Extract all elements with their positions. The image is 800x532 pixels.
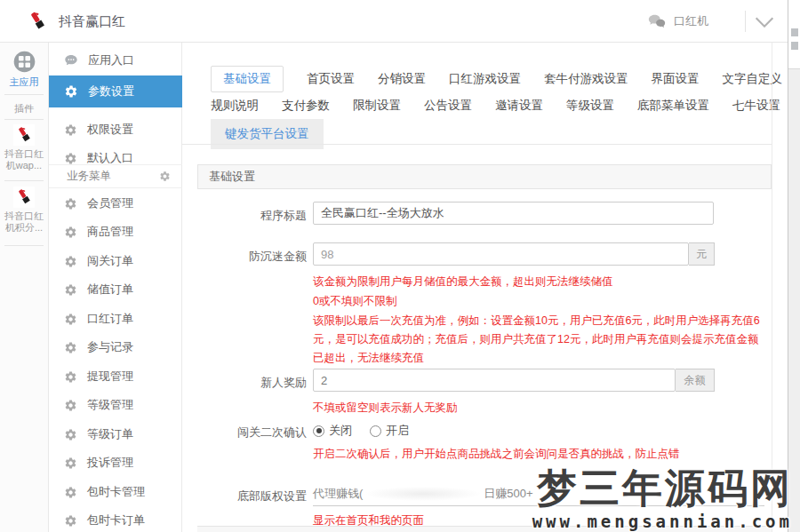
gear-icon: [64, 226, 77, 239]
program-title-input[interactable]: [313, 202, 714, 225]
content-right-border: [772, 43, 772, 532]
copyright-input[interactable]: 代理赚钱( 日赚500+: [313, 482, 764, 506]
anti-addiction-input[interactable]: [313, 242, 689, 266]
radio-option-on[interactable]: 开启: [370, 423, 409, 439]
sidebar-item-challenge-orders[interactable]: 闯关订单: [49, 247, 182, 275]
right-edge-scroll-track: [788, 68, 800, 532]
app-grid-icon[interactable]: [12, 50, 36, 74]
tabs-row-2: 规则说明 支付参数 限制设置 公告设置 邀请设置 等级设置 底部菜单设置 七牛设…: [211, 98, 800, 114]
panel-title: 基础设置: [197, 164, 772, 189]
tabs-divider: [182, 144, 772, 145]
gear-icon: [64, 84, 78, 99]
tab-lipstick-game-settings[interactable]: 口红游戏设置: [449, 71, 521, 87]
tab-home-settings[interactable]: 首页设置: [307, 71, 355, 87]
header-account-menu[interactable]: 口红机: [647, 0, 708, 43]
cutoff-glyph: [791, 28, 798, 36]
gear-icon: [64, 428, 77, 441]
rail-item-app1[interactable]: 抖音口红 机wap...: [0, 124, 48, 171]
gear-icon: [64, 457, 77, 470]
chat-pair-icon: [647, 12, 667, 31]
gear-icon: [64, 486, 77, 499]
tab-rules[interactable]: 规则说明: [211, 98, 259, 114]
sidebar-section-business-menu: 业务菜单: [49, 164, 182, 188]
program-title-label: 程序标题: [197, 208, 307, 224]
sidebar-item-level-orders[interactable]: 等级订单: [49, 420, 182, 449]
gear-icon: [64, 152, 77, 165]
rail-separator: [4, 119, 44, 120]
sidebar-item-member-mgmt[interactable]: 会员管理: [49, 189, 182, 218]
top-bar: 抖音赢口红 口红机: [0, 0, 800, 43]
left-rail: 主应用 插件 抖音口红 机wap... 抖音口红 机积分...: [0, 43, 49, 532]
gear-icon[interactable]: [159, 171, 171, 182]
radio-on-unchecked[interactable]: [370, 425, 381, 437]
sidebar-item-timecard-orders[interactable]: 包时卡订单: [49, 506, 182, 532]
second-confirm-help: 开启二次确认后，用户开始点商品挑战之前会询问是否真的挑战，防止点错: [313, 445, 680, 464]
anti-addiction-unit: 元: [689, 242, 715, 266]
gear-icon: [64, 197, 77, 210]
anti-addiction-help-1: 该金额为限制用户每月储值的最大金额，超出则无法继续储值: [313, 273, 613, 291]
anti-addiction-help-3: 该限制以最后一次充值为准，例如：设置金额10元，用户已充值6元，此时用户选择再充…: [313, 312, 768, 368]
tab-basic-settings[interactable]: 基础设置: [211, 66, 284, 92]
copyright-value-prefix: 代理赚钱(: [313, 486, 363, 502]
sidebar-item-level-mgmt[interactable]: 等级管理: [49, 391, 182, 419]
gear-icon: [64, 313, 77, 326]
tab-limit-settings[interactable]: 限制设置: [353, 98, 401, 114]
gear-icon: [64, 514, 77, 528]
right-edge-panel: [788, 0, 800, 532]
tab-payment-params[interactable]: 支付参数: [282, 98, 330, 114]
lipstick-logo-icon: [13, 187, 35, 208]
header-right-label: 口红机: [674, 13, 708, 29]
tabs-row-1: 基础设置 首页设置 分销设置 口红游戏设置 套牛付游戏设置 界面设置 文字自定义…: [211, 66, 800, 92]
gear-icon: [64, 283, 77, 297]
app-logo-icon: [25, 9, 50, 34]
copyright-label: 底部版权设置: [197, 488, 307, 504]
anti-addiction-label: 防沉迷金额: [197, 249, 307, 265]
sidebar-item-timecard-mgmt[interactable]: 包时卡管理: [49, 478, 182, 506]
rail-item-plugins[interactable]: 插件: [0, 103, 48, 115]
second-confirm-radio-group: 关闭 开启: [313, 423, 409, 439]
sidebar-item-withdraw-mgmt[interactable]: 提现管理: [49, 362, 182, 391]
tab-qiniu-settings[interactable]: 七牛设置: [732, 98, 780, 114]
sidebar-item-stored-orders[interactable]: 储值订单: [49, 275, 182, 304]
chevron-down-icon[interactable]: [755, 17, 774, 28]
tab-invite-settings[interactable]: 邀请设置: [495, 98, 543, 114]
rail-separator: [4, 180, 44, 181]
cutoff-glyph: [791, 42, 798, 50]
sidebar-item-complaint-mgmt[interactable]: 投诉管理: [49, 449, 182, 477]
rail-separator: [4, 94, 44, 95]
rail-separator: [4, 245, 44, 246]
sidebar-item-lipstick-orders[interactable]: 口红订单: [49, 305, 182, 333]
newcomer-reward-input[interactable]: [313, 369, 676, 392]
gear-icon: [64, 255, 77, 268]
radio-option-off[interactable]: 关闭: [313, 423, 352, 439]
tab-bottom-menu-settings[interactable]: 底部菜单设置: [637, 98, 709, 114]
rail-item-app2[interactable]: 抖音口红 机积分...: [0, 187, 48, 234]
gear-icon: [64, 123, 77, 137]
newcomer-reward-label: 新人奖励: [197, 375, 307, 391]
sidebar-item-param-settings[interactable]: 参数设置: [49, 75, 182, 107]
tab-text-custom[interactable]: 文字自定义: [723, 71, 783, 87]
radio-off-checked[interactable]: [313, 425, 324, 437]
newcomer-reward-unit: 余额: [676, 369, 715, 392]
anti-addiction-help-2: 0或不填则不限制: [313, 292, 396, 311]
gear-icon: [64, 370, 77, 384]
tab-interface-settings[interactable]: 界面设置: [652, 71, 700, 87]
blurred-region: [366, 487, 480, 501]
tab-announcement-settings[interactable]: 公告设置: [424, 98, 472, 114]
admin-screen: 抖音赢口红 口红机 主应用 插件 抖音口红 机wap... 抖音口红 机积分..…: [0, 0, 800, 532]
newcomer-reward-help: 不填或留空则表示新人无奖励: [313, 399, 458, 417]
app-title: 抖音赢口红: [59, 13, 125, 30]
tab-distribution-settings[interactable]: 分销设置: [378, 71, 426, 87]
tab-level-settings[interactable]: 等级设置: [566, 98, 614, 114]
gear-icon: [64, 341, 77, 354]
sidebar-item-app-entry[interactable]: 应用入口: [49, 46, 182, 75]
rail-item-main-app[interactable]: 主应用: [0, 76, 48, 88]
sidebar-item-permission[interactable]: 权限设置: [49, 115, 182, 144]
next-section-header-edge: [197, 526, 772, 532]
sidebar-item-goods-mgmt[interactable]: 商品管理: [49, 218, 182, 246]
sidebar: 应用入口 参数设置 权限设置 默认入口 业务菜单 会员管理 商品管理 闯关订单 …: [49, 43, 182, 532]
copyright-value-suffix: 日赚500+: [484, 486, 532, 502]
tab-taoniu-game-settings[interactable]: 套牛付游戏设置: [544, 71, 628, 87]
sidebar-item-participate-records[interactable]: 参与记录: [49, 333, 182, 361]
lipstick-logo-icon: [13, 124, 35, 146]
